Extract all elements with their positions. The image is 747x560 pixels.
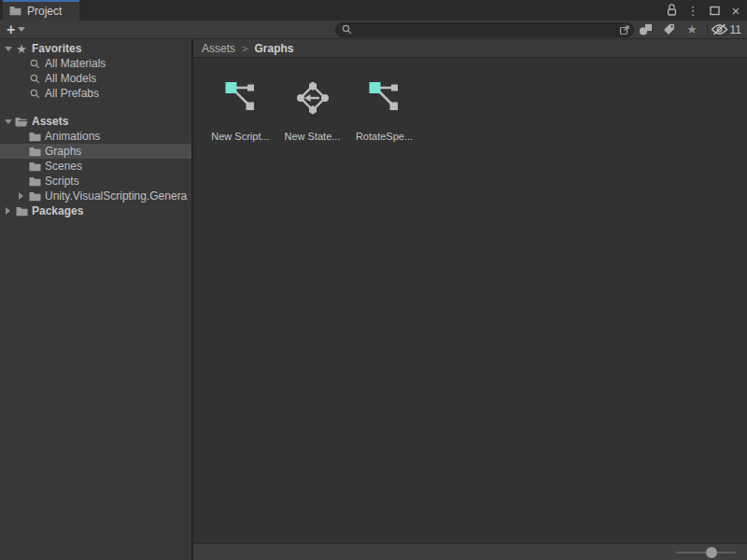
sidebar-item-animations[interactable]: Animations xyxy=(0,129,191,144)
open-search-window-icon[interactable] xyxy=(616,22,633,37)
sidebar-item-scenes[interactable]: Scenes xyxy=(0,159,191,174)
script-graph-icon xyxy=(222,79,260,117)
star-icon: ★ xyxy=(686,23,698,35)
sidebar-item-all-models[interactable]: All Models xyxy=(0,71,191,86)
unlock-icon[interactable] xyxy=(665,3,678,18)
sidebar-item-graphs[interactable]: Graphs xyxy=(0,144,191,159)
search-input[interactable] xyxy=(352,23,616,36)
asset-new-state-graph[interactable]: New State... xyxy=(276,79,348,142)
hidden-count: 11 xyxy=(730,23,741,36)
zoom-slider[interactable] xyxy=(676,552,736,553)
sidebar-item-scripts[interactable]: Scripts xyxy=(0,174,191,189)
sidebar-item-all-materials[interactable]: All Materials xyxy=(0,56,191,71)
search-field[interactable] xyxy=(335,22,634,37)
folder-icon xyxy=(27,176,42,187)
breadcrumb: Assets > Graphs xyxy=(193,39,747,58)
breadcrumb-separator-icon: > xyxy=(242,43,247,54)
favorites-search-button[interactable]: ★ xyxy=(681,21,704,38)
titlebar: Project ⋮ × xyxy=(0,0,747,21)
asset-label: RotateSpe... xyxy=(356,131,413,142)
sidebar-item-unity-visualscripting[interactable]: Unity.VisualScripting.Genera xyxy=(0,189,191,203)
sidebar-item-all-prefabs[interactable]: All Prefabs xyxy=(0,86,191,101)
sidebar-item-favorites[interactable]: ★ Favorites xyxy=(0,41,191,56)
type-filter-icon xyxy=(639,23,653,35)
toolbar: + ★ 11 xyxy=(0,21,747,39)
search-by-label-button[interactable] xyxy=(657,21,681,38)
folder-icon xyxy=(27,161,42,172)
foldout-open-icon[interactable] xyxy=(2,47,14,51)
search-icon xyxy=(342,21,352,38)
eye-slash-icon xyxy=(711,23,728,35)
project-tree-sidebar: ★ Favorites All Materials All Models All… xyxy=(0,39,193,560)
project-window: Project ⋮ × + xyxy=(0,0,747,560)
zoom-slider-knob[interactable] xyxy=(706,547,717,558)
tab-project[interactable]: Project xyxy=(3,0,79,21)
statusbar xyxy=(193,543,747,560)
foldout-open-icon[interactable] xyxy=(2,119,14,124)
state-graph-icon xyxy=(294,79,331,117)
search-icon xyxy=(27,74,42,84)
maximize-icon[interactable] xyxy=(708,3,721,18)
folder-icon xyxy=(27,147,42,157)
folder-icon xyxy=(27,132,42,142)
toolbar-separator xyxy=(707,23,708,36)
close-icon[interactable]: × xyxy=(729,3,742,18)
star-icon: ★ xyxy=(14,43,29,55)
tag-icon xyxy=(663,23,675,35)
foldout-closed-icon[interactable] xyxy=(15,192,27,200)
sidebar-item-assets[interactable]: Assets xyxy=(0,114,191,129)
asset-label: New State... xyxy=(285,131,341,142)
sidebar-item-packages[interactable]: Packages xyxy=(0,203,191,218)
search-icon xyxy=(27,59,42,69)
breadcrumb-graphs[interactable]: Graphs xyxy=(254,42,293,55)
window-controls: ⋮ × xyxy=(665,0,742,21)
search-icon xyxy=(27,89,42,99)
create-asset-button[interactable]: + xyxy=(7,22,25,37)
asset-new-script-graph[interactable]: New Script... xyxy=(204,79,276,142)
folder-open-icon xyxy=(14,117,29,127)
foldout-closed-icon[interactable] xyxy=(2,207,14,215)
chevron-down-icon xyxy=(18,27,25,32)
folder-icon xyxy=(27,191,42,202)
breadcrumb-assets[interactable]: Assets xyxy=(202,42,235,55)
asset-grid[interactable]: New Script... New xyxy=(193,58,747,543)
script-graph-icon xyxy=(366,79,403,117)
search-by-type-button[interactable] xyxy=(634,21,657,38)
tab-label: Project xyxy=(27,5,62,18)
asset-browser-panel: Assets > Graphs New Script xyxy=(193,39,747,560)
kebab-menu-icon[interactable]: ⋮ xyxy=(686,3,699,18)
hidden-packages-toggle[interactable]: 11 xyxy=(711,23,741,36)
asset-rotatespeed-graph[interactable]: RotateSpe... xyxy=(348,79,420,142)
asset-label: New Script... xyxy=(211,131,269,142)
plus-icon: + xyxy=(7,22,15,37)
folder-icon xyxy=(9,3,21,20)
folder-icon xyxy=(14,206,29,217)
